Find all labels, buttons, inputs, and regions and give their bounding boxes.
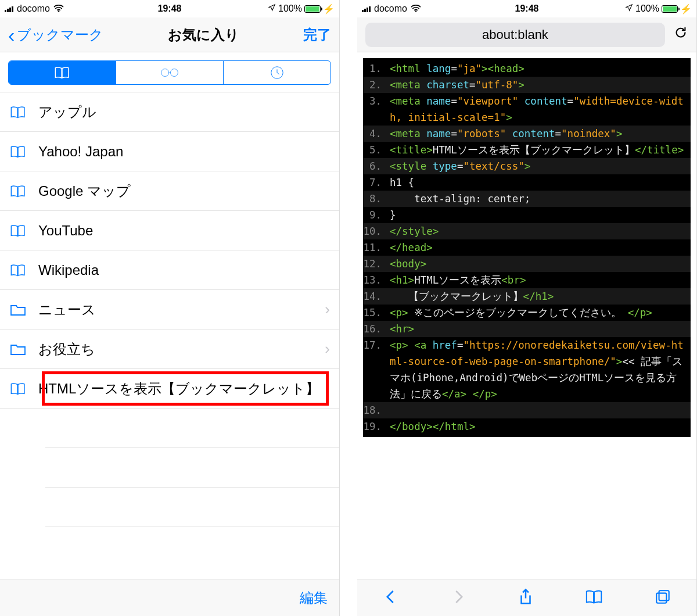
code-line: 16.<hr> <box>363 321 691 337</box>
status-bar: docomo 19:48 100% ⚡ <box>0 0 339 17</box>
line-number: 12. <box>363 256 387 272</box>
signal-icon <box>5 5 13 12</box>
chevron-left-icon <box>382 588 400 606</box>
location-icon <box>268 3 276 14</box>
line-number: 2. <box>363 77 387 93</box>
battery-pct: 100% <box>278 3 302 14</box>
bookmark-label: Google マップ <box>38 182 330 200</box>
battery-pct: 100% <box>635 3 659 14</box>
code-text: <p> ※このページをブックマークしてください。 </p> <box>387 305 691 321</box>
code-line: 14. 【ブックマークレット】</h1> <box>363 288 691 305</box>
line-number: 1. <box>363 60 387 77</box>
nav-header: ‹ ブックマーク お気に入り 完了 <box>0 17 339 52</box>
svg-rect-6 <box>656 593 666 603</box>
line-number: 16. <box>363 321 387 337</box>
line-number: 19. <box>363 418 387 435</box>
empty-row <box>45 409 339 448</box>
empty-row <box>45 488 339 527</box>
code-block: 1.<html lang="ja"><head>2.<meta charset=… <box>363 58 691 437</box>
chevron-right-icon <box>450 588 467 606</box>
bookmarks-list: アップルYahoo! JapanGoogle マップYouTubeWikiped… <box>0 92 339 579</box>
line-number: 5. <box>363 142 387 158</box>
code-line: 12.<body> <box>363 256 691 272</box>
battery-icon <box>662 5 678 13</box>
line-number: 9. <box>363 207 387 223</box>
share-button[interactable] <box>517 588 534 608</box>
nav-back-button[interactable] <box>382 588 400 608</box>
glasses-icon <box>159 67 180 78</box>
bookmark-row[interactable]: Wikipedia <box>0 250 339 290</box>
share-icon <box>517 588 534 606</box>
bookmark-row[interactable]: Google マップ <box>0 171 339 211</box>
bookmarks-button[interactable] <box>584 588 604 608</box>
back-label: ブックマーク <box>17 26 103 44</box>
location-icon <box>625 3 633 14</box>
nav-forward-button[interactable] <box>450 588 467 608</box>
tabs-button[interactable] <box>654 588 671 608</box>
code-line: 6.<style type="text/css"> <box>363 158 691 174</box>
bookmark-row[interactable]: YouTube <box>0 211 339 250</box>
book-icon <box>9 103 27 121</box>
bookmark-row[interactable]: HTMLソースを表示【ブックマークレット】 <box>0 369 339 409</box>
bottom-toolbar: 編集 <box>0 579 339 616</box>
back-button[interactable]: ‹ ブックマーク <box>8 25 103 45</box>
bookmark-row[interactable]: お役立ち› <box>0 330 339 369</box>
code-line: 19.</body></html> <box>363 418 691 435</box>
bookmark-label: HTMLソースを表示【ブックマークレット】 <box>38 379 330 398</box>
tab-bookmarks[interactable] <box>9 61 116 84</box>
book-icon <box>584 588 604 606</box>
bookmark-label: お役立ち <box>38 340 313 359</box>
svg-point-0 <box>58 10 59 12</box>
tab-history[interactable] <box>224 61 330 84</box>
bookmark-label: YouTube <box>38 223 330 239</box>
code-line: 3.<meta name="viewport" content="width=d… <box>363 93 691 126</box>
book-icon <box>9 182 27 200</box>
wifi-icon <box>411 4 421 14</box>
tab-reading-list[interactable] <box>116 61 224 84</box>
line-number: 10. <box>363 223 387 239</box>
code-line: 18. <box>363 402 691 418</box>
code-text: <meta name="robots" content="noindex"> <box>387 126 691 142</box>
line-number: 17. <box>363 337 387 353</box>
bookmark-label: Yahoo! Japan <box>38 144 330 160</box>
done-button[interactable]: 完了 <box>303 26 331 44</box>
bookmark-row[interactable]: ニュース› <box>0 290 339 330</box>
status-time: 19:48 <box>114 3 224 14</box>
book-icon <box>53 65 71 80</box>
code-text: <html lang="ja"><head> <box>387 60 691 77</box>
book-icon <box>9 262 27 279</box>
bookmark-label: アップル <box>38 103 330 121</box>
code-text: <meta name="viewport" content="width=dev… <box>387 93 691 126</box>
line-number: 6. <box>363 158 387 174</box>
url-field[interactable]: about:blank <box>365 23 665 47</box>
code-text: 【ブックマークレット】</h1> <box>387 288 691 305</box>
chevron-left-icon: ‹ <box>8 25 15 45</box>
book-icon <box>9 380 27 397</box>
charging-icon: ⚡ <box>680 3 692 15</box>
code-line: 8. text-align: center; <box>363 191 691 207</box>
reload-icon <box>673 25 688 40</box>
code-text: <p> <a href="https://onoredekaiketsu.com… <box>387 337 691 402</box>
edit-button[interactable]: 編集 <box>300 589 328 607</box>
charging-icon: ⚡ <box>323 3 335 15</box>
chevron-right-icon: › <box>325 300 330 318</box>
line-number: 13. <box>363 272 387 288</box>
reload-button[interactable] <box>673 25 688 44</box>
bookmark-label: Wikipedia <box>38 262 330 278</box>
bookmark-row[interactable]: アップル <box>0 92 339 132</box>
source-view: 1.<html lang="ja"><head>2.<meta charset=… <box>357 52 696 579</box>
code-text: } <box>387 207 691 223</box>
status-time: 19:48 <box>472 3 581 14</box>
code-line: 10.</style> <box>363 223 691 239</box>
code-line: 2.<meta charset="utf-8"> <box>363 77 691 93</box>
safari-toolbar <box>357 579 696 616</box>
line-number: 15. <box>363 305 387 321</box>
bookmark-row[interactable]: Yahoo! Japan <box>0 132 339 171</box>
segmented-control-wrap <box>0 52 339 92</box>
code-line: 5.<title>HTMLソースを表示【ブックマークレット】</title> <box>363 142 691 158</box>
code-text: <body> <box>387 256 691 272</box>
line-number: 4. <box>363 126 387 142</box>
status-bar: docomo 19:48 100% ⚡ <box>357 0 696 17</box>
line-number: 3. <box>363 93 387 109</box>
left-phone: docomo 19:48 100% ⚡ ‹ ブックマーク お気に入り 完了 <box>0 0 340 616</box>
